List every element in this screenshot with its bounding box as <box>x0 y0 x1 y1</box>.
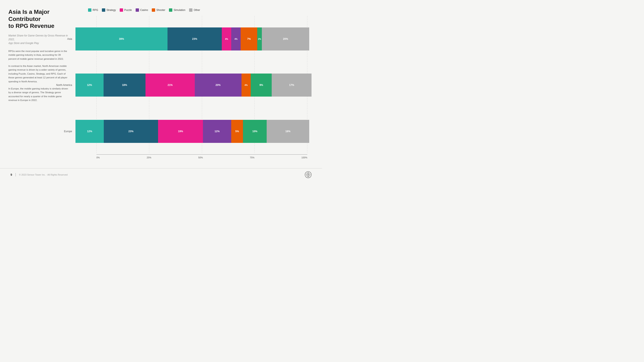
chart-legend: RPG Strategy Puzzle Casino Shooter Simul… <box>76 8 312 12</box>
legend-item-shooter: Shooter <box>152 8 165 12</box>
legend-color-shooter <box>152 8 155 12</box>
bar-segment-1-4: 4% <box>242 73 251 97</box>
legend-label-shooter: Shooter <box>156 8 165 11</box>
legend-color-simulation <box>169 8 172 12</box>
chart-row-asia: Asia39%23%4%4%7%2%20% <box>76 16 312 62</box>
bar-segment-1-1: 18% <box>104 73 146 97</box>
bar-segment-2-6: 18% <box>267 120 309 143</box>
body-text-1: RPGs were the most popular and lucrative… <box>8 49 69 61</box>
legend-item-strategy: Strategy <box>102 8 116 12</box>
legend-color-other <box>189 8 192 12</box>
x-axis-label-1: 25% <box>147 156 151 159</box>
x-axis-label-0: 0% <box>96 156 100 159</box>
bar-segment-0-5: 2% <box>257 27 262 50</box>
legend-item-puzzle: Puzzle <box>120 8 132 12</box>
legend-color-casino <box>136 8 139 12</box>
legend-label-rpg: RPG <box>93 8 98 11</box>
bar-segment-0-6: 20% <box>262 27 309 50</box>
bar-segment-0-3: 4% <box>231 27 241 50</box>
legend-color-rpg <box>88 8 92 12</box>
bar-segment-1-5: 9% <box>251 73 272 97</box>
page-title: Asia Is a Major Contributor to RPG Reven… <box>8 8 69 29</box>
bar-segment-2-0: 12% <box>76 120 104 143</box>
svg-point-2 <box>308 174 308 175</box>
chart-rows: Asia39%23%4%4%7%2%20%North America12%18%… <box>76 16 312 154</box>
legend-label-other: Other <box>194 8 200 11</box>
x-axis: 0%25%50%75%100% <box>96 154 307 159</box>
bar-segment-0-4: 7% <box>241 27 257 50</box>
x-axis-label-4: 100% <box>302 156 307 159</box>
legend-color-puzzle <box>120 8 123 12</box>
footer: 9 © 2023 Sensor Tower Inc. · All Rights … <box>0 168 322 181</box>
legend-item-simulation: Simulation <box>169 8 185 12</box>
footer-copyright: © 2023 Sensor Tower Inc. · All Rights Re… <box>19 173 68 176</box>
bar-segment-2-3: 12% <box>203 120 231 143</box>
x-axis-labels: 0%25%50%75%100% <box>96 156 307 159</box>
region-label-2: Europe <box>54 130 76 133</box>
body-text-2: In contrast to the Asian market, North A… <box>8 64 69 83</box>
chart-row-north-america: North America12%18%21%20%4%9%17% <box>76 62 312 108</box>
x-axis-label-2: 50% <box>198 156 203 159</box>
bar-segment-0-1: 23% <box>168 27 222 50</box>
bar-segment-2-4: 5% <box>231 120 243 143</box>
legend-label-casino: Casino <box>140 8 148 11</box>
sensor-tower-logo <box>305 171 312 178</box>
bar-segment-2-1: 23% <box>104 120 158 143</box>
bar-segment-1-6: 17% <box>272 73 312 97</box>
legend-item-other: Other <box>189 8 200 12</box>
main-content: Asia Is a Major Contributor to RPG Reven… <box>0 0 322 168</box>
legend-item-rpg: RPG <box>88 8 98 12</box>
legend-item-casino: Casino <box>136 8 148 12</box>
right-panel: RPG Strategy Puzzle Casino Shooter Simul… <box>76 8 312 162</box>
legend-color-strategy <box>102 8 105 12</box>
bar-segment-2-2: 19% <box>158 120 203 143</box>
bar-wrapper-0: 39%23%4%4%7%2%20% <box>76 27 312 50</box>
chart-area: Asia39%23%4%4%7%2%20%North America12%18%… <box>76 16 312 162</box>
legend-label-strategy: Strategy <box>106 8 116 11</box>
bar-wrapper-2: 12%23%19%12%5%10%18% <box>76 120 312 143</box>
bar-wrapper-1: 12%18%21%20%4%9%17% <box>76 73 312 97</box>
x-axis-label-3: 75% <box>250 156 254 159</box>
bar-segment-1-2: 21% <box>146 73 194 97</box>
bar-segment-2-5: 10% <box>243 120 267 143</box>
body-text-3: In Europe, the mobile gaming industry is… <box>8 87 69 102</box>
chart-row-europe: Europe12%23%19%12%5%10%18% <box>76 108 312 154</box>
page-number: 9 <box>10 173 12 176</box>
legend-label-simulation: Simulation <box>174 8 185 11</box>
footer-divider <box>16 173 16 176</box>
legend-label-puzzle: Puzzle <box>124 8 132 11</box>
bar-segment-0-2: 4% <box>222 27 231 50</box>
region-label-0: Asia <box>54 37 76 40</box>
region-label-1: North America <box>54 84 76 86</box>
bar-segment-1-0: 12% <box>76 73 104 97</box>
bar-segment-1-3: 20% <box>195 73 242 97</box>
bar-segment-0-0: 39% <box>76 27 168 50</box>
